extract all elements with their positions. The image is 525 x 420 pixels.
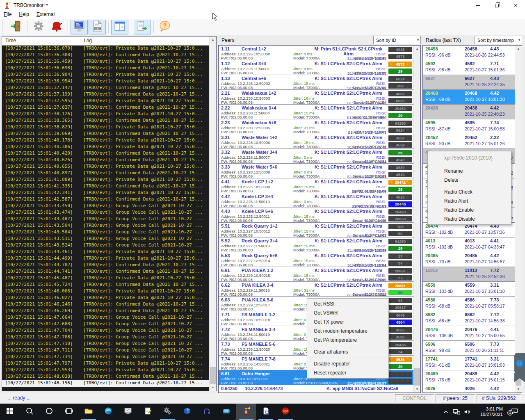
peers-scrollbar[interactable]: ▲▼ <box>413 46 420 393</box>
radio-row-4592[interactable]: 459245927.71RSSI: -98 dB2021-10-27 15:01… <box>423 60 515 75</box>
menu-external[interactable]: External <box>33 11 58 19</box>
log-scrollbar[interactable]: ▲▼ <box>209 37 216 391</box>
peer-row-2-22[interactable]: 2.22Waiakeakua 3+4K: S1:LCPtrnk S2:LCPtr… <box>219 105 413 119</box>
peer-row-6-61[interactable]: 6.61PUA KILEA 1-2K: S1:LCPtrnk S2:LCPtrn… <box>219 267 413 282</box>
context-menu-item-get-vswr[interactable]: Get VSWR <box>307 308 388 317</box>
log-row[interactable]: [10/27/2021 15:01:39.069][TRBO/evt]: Con… <box>2 131 209 137</box>
close-button[interactable]: × <box>506 0 525 11</box>
context-menu-item-reset-repeater[interactable]: Reset repeater <box>307 368 388 377</box>
peer-row-5-51[interactable]: 5.51Rock Quarry 1+2K: S1:LCPtrnk S2:LCPt… <box>219 223 413 237</box>
radio-row-4559[interactable]: 455945593.31RSSI: -103 dB2021-10-27 15:0… <box>423 282 515 297</box>
peer-row-2-23[interactable]: 2.23Waiakeakua 5+6K: S1:LCPtrnk S2:LCPtr… <box>219 119 413 134</box>
taskbar-task-view-button[interactable] <box>59 404 79 420</box>
peer-row-4-41[interactable]: 4.41Koele LCP 1+2K: S1:LCPtrnk S2:LCPtrn… <box>219 178 413 193</box>
peer-row-5-53[interactable]: 5.53Rock Quarry 5+6K: S1:LCPtrnk S2:LCPt… <box>219 252 413 267</box>
log-row[interactable]: [10/27/2021 15:01:44.702][TRBO/evt]: Con… <box>2 262 209 269</box>
tray-chevron-up-icon[interactable] <box>441 408 451 415</box>
peer-row-4-43[interactable]: 4.43Koele LCP 5+6K: S1:LCPtrnk S2:LCPtrn… <box>219 208 413 223</box>
context-menu-item-radio-check[interactable]: Radio Check <box>428 187 511 196</box>
toolbar-help-button[interactable]: ? <box>156 20 173 34</box>
taskbar-monitor-app-button[interactable] <box>118 404 138 420</box>
log-row[interactable]: [10/27/2021 15:01:36.904][TRBO/evt]: Pri… <box>2 72 209 78</box>
log-column-log[interactable]: Log <box>80 37 209 45</box>
context-menu-item-radio-enable[interactable]: Radio Enable <box>428 205 511 215</box>
log-row[interactable]: [10/27/2021 15:01:40.655][TRBO/evt]: Pri… <box>2 164 209 170</box>
tray-network-icon[interactable] <box>451 408 462 415</box>
toolbar-export-log-button[interactable] <box>134 20 151 34</box>
log-row[interactable]: [10/27/2021 15:01:47.708][TRBO/evt]: Gro… <box>2 334 209 341</box>
log-row[interactable]: [10/27/2021 15:01:48.196][TRBO/evt]: Con… <box>2 380 209 387</box>
radio-row-20458[interactable]: 20458204584.43RSSI: -96 dB2021-10-26 22:… <box>423 46 515 60</box>
log-row[interactable]: [10/27/2021 15:01:43.450][TRBO/evt]: Gro… <box>2 203 209 210</box>
log-row[interactable]: [10/27/2021 15:01:43.511][TRBO/evt]: Gro… <box>2 236 209 242</box>
taskbar-file-explorer-button[interactable] <box>79 404 98 420</box>
log-row[interactable]: [10/27/2021 15:01:37.595][TRBO/evt]: Pri… <box>2 98 209 105</box>
taskbar-clock[interactable]: 3:01 PM 10/27/2021 <box>477 406 503 417</box>
scroll-thumb[interactable] <box>414 368 420 386</box>
log-row[interactable]: [10/27/2021 15:01:36.459][TRBO/evt]: Pri… <box>2 59 209 65</box>
context-menu-item-get-tx-power[interactable]: Get TX power <box>307 317 388 326</box>
context-menu-item-clear-all-alarms[interactable]: Clear all alarms <box>307 347 388 356</box>
log-row[interactable]: [10/27/2021 15:01:40.420][TRBO/evt]: Con… <box>2 151 209 157</box>
scroll-down-arrow-icon[interactable]: ▼ <box>414 386 420 393</box>
log-row[interactable]: [10/27/2021 15:01:47.664][TRBO/evt]: Gro… <box>2 315 209 321</box>
log-row[interactable]: [10/27/2021 15:01:44.461][TRBO/evt]: Pri… <box>2 249 209 256</box>
taskbar-trbomonitor-button[interactable] <box>236 404 256 420</box>
radio-row-6627[interactable]: 662766274.432021-10-25 22:24:35 <box>423 75 515 90</box>
radio-row-20476[interactable]: 20476204764.41RSSI: -106 dB2021-10-27 15… <box>423 326 515 341</box>
log-row[interactable]: [10/27/2021 15:01:46.269][TRBO/evt]: Con… <box>2 308 209 315</box>
toolbar-alarm-bell-button[interactable] <box>48 20 65 34</box>
taskbar-doc-viewer-button[interactable] <box>256 404 276 420</box>
peer-row-1-13[interactable]: 1.13Central 5+6K: S1:LCPtrnk S2:LCPtrnk … <box>219 75 413 90</box>
log-row[interactable]: [10/27/2021 15:01:43.504][TRBO/evt]: Gro… <box>2 223 209 229</box>
taskbar-cube-app-button[interactable] <box>177 404 197 420</box>
log-row[interactable]: [10/27/2021 15:01:43.504][TRBO/evt]: Gro… <box>2 229 209 236</box>
log-row[interactable]: [10/27/2021 15:01:41.089][TRBO/evt]: Pri… <box>2 177 209 183</box>
log-column-time[interactable]: Time <box>2 37 80 45</box>
radio-row-20438[interactable]: 20438204384.422021-10-25 22:40:23 <box>423 105 515 119</box>
taskbar-headset-app-button[interactable] <box>197 404 217 420</box>
log-row[interactable]: [10/27/2021 15:01:42.587][TRBO/evt]: Con… <box>2 196 209 203</box>
log-row[interactable]: [10/27/2021 15:01:47.704][TRBO/evt]: Gro… <box>2 328 209 334</box>
radio-row-4026[interactable]: 402640264.42 <box>423 385 515 393</box>
action-center-button[interactable]: 1 <box>507 407 522 417</box>
log-row[interactable]: [10/27/2021 15:01:36.954][TRBO/evt]: Pri… <box>2 78 209 85</box>
context-menu-item-disable-repeater[interactable]: Disable repeater <box>307 359 388 368</box>
peer-row-3-33[interactable]: 3.33Waste Water 5+6K: S1:LCPtrnk S2:LCPt… <box>219 164 413 178</box>
log-row[interactable]: [10/27/2021 15:01:43.524][TRBO/evt]: Gro… <box>2 242 209 249</box>
context-menu-item-radio-disable[interactable]: Radio Disable <box>428 215 511 224</box>
log-row[interactable]: [10/27/2021 15:01:45.487][TRBO/evt]: Pri… <box>2 275 209 282</box>
radio-row-4586[interactable]: 458645867.73RSSI: -68 dB2021-10-27 05:58… <box>423 297 515 311</box>
restore-button[interactable] <box>487 0 506 11</box>
radio-row-4595[interactable]: 459545957.74RSSI: -87 dB2021-10-27 15:00… <box>423 119 515 134</box>
log-row[interactable]: [10/27/2021 15:01:47.953][TRBO/evt]: Pri… <box>2 367 209 374</box>
peer-row-4-42[interactable]: 4.42Koele LCP 3+4K: S1:LCPtrnk S2:LCPtrn… <box>219 193 413 208</box>
radio-row-6506[interactable]: 650665067.73RSSI: -98 dB2021-10-26 21:11… <box>423 341 515 356</box>
peer-row-5-52[interactable]: 5.52Rock Quarry 3+4K: S1:LCPtrnk S2:LCPt… <box>219 237 413 252</box>
scroll-up-arrow-icon[interactable]: ▲ <box>210 37 216 43</box>
scroll-up-arrow-icon[interactable]: ▲ <box>414 46 420 52</box>
scroll-down-arrow-icon[interactable]: ▼ <box>515 386 522 393</box>
log-row[interactable]: [10/27/2021 15:01:37.199][TRBO/evt]: Con… <box>2 91 209 98</box>
log-row[interactable]: [10/27/2021 15:01:37.837][TRBO/evt]: Con… <box>2 105 209 111</box>
taskbar-start-button[interactable] <box>0 404 20 420</box>
log-row[interactable]: [10/27/2021 15:01:40.178][TRBO/evt]: Pri… <box>2 137 209 144</box>
log-row[interactable]: [10/27/2021 15:01:46.246][TRBO/evt]: Con… <box>2 301 209 308</box>
log-row[interactable]: [10/27/2021 15:01:42.341][TRBO/evt]: Pri… <box>2 190 209 196</box>
log-row[interactable]: [10/27/2021 15:01:44.741][TRBO/evt]: Con… <box>2 269 209 275</box>
toolbar-grip[interactable] <box>2 21 5 34</box>
radio-row-8882[interactable]: 888288827.72RSSI: -68 dB2021-10-27 14:56… <box>423 311 515 326</box>
context-menu-item-get-rssi[interactable]: Get RSSI <box>307 299 388 308</box>
log-row[interactable]: [10/27/2021 15:01:43.474][TRBO/evt]: Gro… <box>2 210 209 216</box>
taskbar-gears-app-button[interactable] <box>158 404 177 420</box>
taskbar-edge-button[interactable] <box>98 404 118 420</box>
peers-sort-dropdown[interactable]: Sort by ID ▾ <box>373 36 421 44</box>
menu-file[interactable]: File <box>0 11 15 19</box>
taskbar-mail-app-button[interactable]: 1@1 <box>276 404 295 420</box>
log-row[interactable]: [10/27/2021 15:01:47.688][TRBO/evt]: Gro… <box>2 321 209 328</box>
log-row[interactable]: [10/27/2021 15:01:36.698][TRBO/evt]: Con… <box>2 65 209 72</box>
context-menu-item-get-modem-temperature[interactable]: Get modem temperature <box>307 326 388 336</box>
scroll-thumb[interactable] <box>210 367 216 384</box>
radio-row-20468[interactable]: 20468204684.42RSSI: -69 dB2021-10-27 15:… <box>423 90 515 105</box>
log-row[interactable]: [10/27/2021 15:01:43.487][TRBO/evt]: Gro… <box>2 216 209 223</box>
